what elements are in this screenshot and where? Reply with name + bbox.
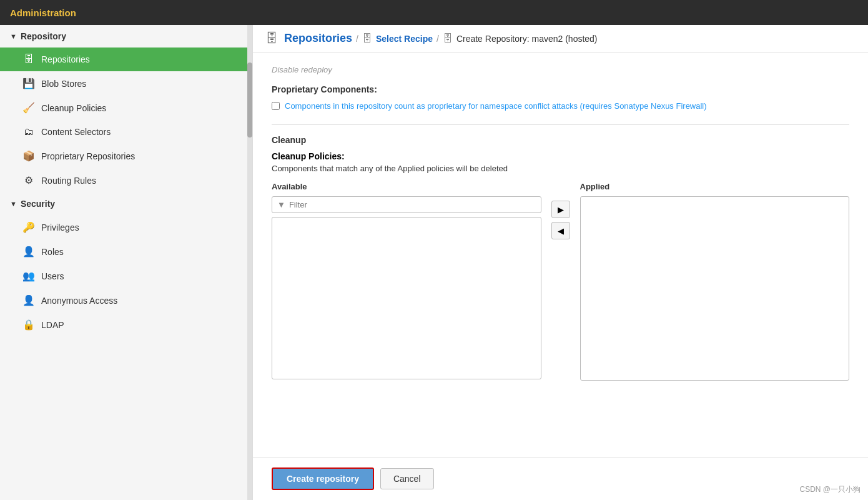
create-repository-button[interactable]: Create repository — [272, 468, 374, 490]
section-divider — [272, 124, 849, 125]
filter-input-wrapper: ▼ — [272, 196, 541, 213]
watermark: CSDN @一只小狗 — [799, 484, 861, 495]
breadcrumb-create: 🗄 Create Repository: maven2 (hosted) — [443, 33, 598, 44]
applied-label: Applied — [580, 182, 850, 191]
breadcrumb-select-recipe: 🗄 Select Recipe — [362, 33, 433, 44]
filter-input[interactable] — [289, 200, 536, 209]
sidebar-item-content-selectors[interactable]: 🗂 Content Selectors — [0, 120, 252, 144]
sidebar-item-anonymous-access-label: Anonymous Access — [41, 296, 117, 306]
anonymous-access-icon: 👤 — [22, 294, 35, 306]
sidebar-scrollbar-thumb — [247, 62, 252, 138]
repositories-breadcrumb-icon: 🗄 — [265, 31, 278, 46]
users-icon: 👥 — [22, 270, 35, 282]
sidebar-section-security[interactable]: ▼ Security — [0, 192, 252, 215]
sidebar-content: ▼ Repository 🗄 Repositories 💾 Blob Store… — [0, 25, 252, 500]
content-selectors-icon: 🗂 — [22, 126, 35, 138]
sidebar-item-blob-stores-label: Blob Stores — [41, 79, 86, 89]
sidebar-section-repository-label: Repository — [21, 31, 66, 41]
cleanup-section: Cleanup Cleanup Policies: Components tha… — [272, 135, 849, 381]
breadcrumb-sep-2: / — [436, 34, 439, 44]
available-list-box[interactable] — [272, 217, 541, 379]
sidebar-item-cleanup-policies[interactable]: 🧹 Cleanup Policies — [0, 96, 252, 120]
sidebar-item-proprietary-repositories-label: Proprietary Repositories — [41, 151, 135, 161]
sidebar-item-blob-stores[interactable]: 💾 Blob Stores — [0, 71, 252, 96]
proprietary-components-section: Proprietary Components: Components in th… — [272, 84, 849, 112]
available-label: Available — [272, 182, 541, 191]
sidebar: ▼ Repository 🗄 Repositories 💾 Blob Store… — [0, 25, 253, 500]
sidebar-item-routing-rules[interactable]: ⚙ Routing Rules — [0, 168, 252, 192]
top-bar-title: Administration — [10, 8, 76, 18]
cleanup-policies-title: Cleanup Policies: — [272, 151, 849, 161]
roles-icon: 👤 — [22, 246, 35, 258]
sidebar-item-repositories[interactable]: 🗄 Repositories — [0, 48, 252, 71]
dual-list-container: Available ▼ ▶ ◀ Applied — [272, 182, 849, 381]
move-buttons: ▶ ◀ — [551, 182, 570, 239]
proprietary-checkbox-row: Components in this repository count as p… — [272, 101, 849, 112]
top-bar: Administration — [0, 0, 868, 25]
form-content: Disable redeploy Proprietary Components:… — [253, 52, 868, 457]
proprietary-checkbox[interactable] — [272, 102, 280, 110]
sidebar-item-roles-label: Roles — [41, 247, 64, 257]
sidebar-item-ldap-label: LDAP — [41, 320, 64, 330]
sidebar-section-security-label: Security — [21, 199, 55, 209]
sidebar-section-repository[interactable]: ▼ Repository — [0, 25, 252, 48]
sidebar-item-users[interactable]: 👥 Users — [0, 264, 252, 288]
routing-rules-icon: ⚙ — [22, 174, 35, 186]
move-left-button[interactable]: ◀ — [551, 222, 570, 239]
repositories-icon: 🗄 — [22, 54, 35, 65]
blob-stores-icon: 💾 — [22, 78, 35, 89]
ldap-icon: 🔒 — [22, 319, 35, 331]
cleanup-policies-icon: 🧹 — [22, 102, 35, 114]
select-recipe-icon: 🗄 — [362, 33, 372, 44]
breadcrumb: 🗄 Repositories / 🗄 Select Recipe / 🗄 Cre… — [253, 25, 868, 52]
footer-actions: Create repository Cancel — [253, 457, 868, 500]
sidebar-item-routing-rules-label: Routing Rules — [41, 176, 96, 186]
sidebar-item-proprietary-repositories[interactable]: 📦 Proprietary Repositories — [0, 144, 252, 168]
create-icon: 🗄 — [443, 33, 453, 44]
sidebar-item-privileges[interactable]: 🔑 Privileges — [0, 215, 252, 239]
sidebar-item-roles[interactable]: 👤 Roles — [0, 239, 252, 264]
applied-column: Applied — [580, 182, 850, 381]
available-column: Available ▼ — [272, 182, 541, 379]
proprietary-checkbox-label: Components in this repository count as p… — [285, 101, 707, 112]
sidebar-scrollbar[interactable] — [247, 25, 252, 500]
privileges-icon: 🔑 — [22, 221, 35, 233]
cleanup-policies-desc: Components that match any of the Applied… — [272, 164, 849, 173]
applied-list-box[interactable] — [580, 196, 850, 381]
sidebar-item-ldap[interactable]: 🔒 LDAP — [0, 312, 252, 337]
sidebar-item-users-label: Users — [41, 271, 64, 281]
breadcrumb-sep-1: / — [356, 34, 358, 44]
sidebar-item-privileges-label: Privileges — [41, 222, 79, 232]
security-chevron-down-icon: ▼ — [10, 200, 17, 208]
cancel-button[interactable]: Cancel — [380, 468, 434, 489]
content-area: 🗄 Repositories / 🗄 Select Recipe / 🗄 Cre… — [253, 25, 868, 500]
cleanup-section-title: Cleanup — [272, 135, 849, 145]
sidebar-item-repositories-label: Repositories — [41, 54, 90, 64]
breadcrumb-current-label: Create Repository: maven2 (hosted) — [456, 34, 598, 44]
sidebar-item-cleanup-policies-label: Cleanup Policies — [41, 103, 106, 113]
filter-icon: ▼ — [277, 200, 285, 209]
disable-redeploy-label: Disable redeploy — [272, 65, 849, 74]
chevron-down-icon: ▼ — [10, 32, 17, 40]
move-right-button[interactable]: ▶ — [551, 201, 570, 218]
proprietary-components-title: Proprietary Components: — [272, 84, 849, 94]
breadcrumb-repositories-link[interactable]: Repositories — [284, 32, 352, 45]
breadcrumb-select-recipe-link[interactable]: Select Recipe — [376, 34, 433, 44]
sidebar-item-content-selectors-label: Content Selectors — [41, 127, 111, 137]
proprietary-repositories-icon: 📦 — [22, 150, 35, 162]
sidebar-item-anonymous-access[interactable]: 👤 Anonymous Access — [0, 288, 252, 312]
